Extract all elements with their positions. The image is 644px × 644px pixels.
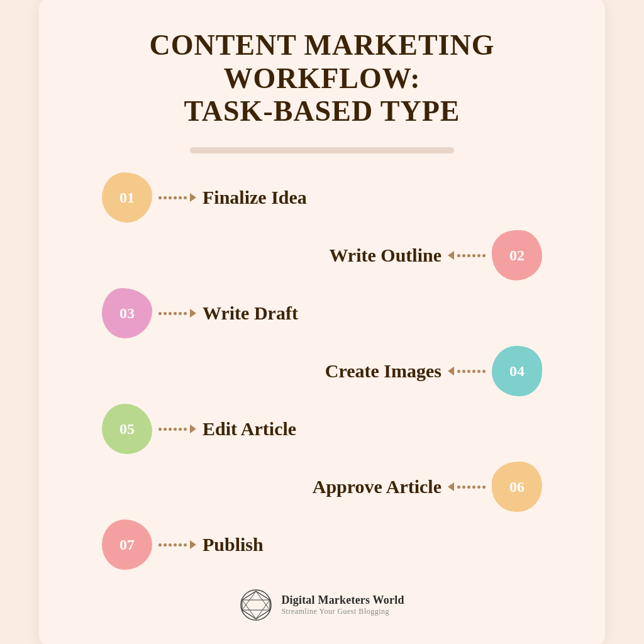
step-label-06: Approve Article xyxy=(313,476,441,497)
footer: Digital Marketers World Streamline Your … xyxy=(240,589,404,621)
step-label-05: Edit Article xyxy=(203,418,296,440)
step-row-04: Create Images 04 xyxy=(77,346,567,396)
step-label-07: Publish xyxy=(203,534,264,555)
bubble-01: 01 xyxy=(102,172,152,223)
bubble-02: 02 xyxy=(492,230,542,280)
brand-logo-icon xyxy=(240,589,272,621)
steps-list: 01 Finalize Idea Write Outline 02 xyxy=(77,172,567,570)
arrow-07 xyxy=(158,540,196,549)
step-row-05: 05 Edit Article xyxy=(77,404,567,454)
bubble-05: 05 xyxy=(102,404,152,454)
svg-point-0 xyxy=(241,590,271,620)
step-row-01: 01 Finalize Idea xyxy=(77,172,567,223)
brand-name: Digital Marketers World xyxy=(281,594,404,607)
arrow-04 xyxy=(448,367,486,375)
footer-text: Digital Marketers World Streamline Your … xyxy=(281,594,404,616)
svg-line-5 xyxy=(242,600,256,619)
step-row-02: Write Outline 02 xyxy=(77,230,567,280)
bubble-07: 07 xyxy=(102,519,152,570)
svg-line-9 xyxy=(256,591,270,610)
page-title: Content Marketing Workflow: Task-Based T… xyxy=(77,29,567,129)
title-decoration xyxy=(190,147,454,153)
arrow-02 xyxy=(448,251,486,260)
arrow-06 xyxy=(448,482,486,491)
bubble-06: 06 xyxy=(492,462,542,512)
svg-line-8 xyxy=(242,591,256,610)
arrow-05 xyxy=(158,425,196,433)
step-label-02: Write Outline xyxy=(329,245,441,266)
step-row-03: 03 Write Draft xyxy=(77,288,567,338)
step-label-01: Finalize Idea xyxy=(203,187,307,208)
arrow-01 xyxy=(158,193,196,202)
svg-line-6 xyxy=(256,600,270,619)
step-row-06: Approve Article 06 xyxy=(77,462,567,512)
bubble-03: 03 xyxy=(102,288,152,338)
arrow-03 xyxy=(158,309,196,318)
step-label-04: Create Images xyxy=(325,360,441,382)
svg-marker-1 xyxy=(242,591,270,619)
main-card: Content Marketing Workflow: Task-Based T… xyxy=(39,0,605,644)
bubble-04: 04 xyxy=(492,346,542,396)
step-label-03: Write Draft xyxy=(203,303,298,324)
brand-tagline: Streamline Your Guest Blogging xyxy=(281,607,404,616)
step-row-07: 07 Publish xyxy=(77,519,567,570)
